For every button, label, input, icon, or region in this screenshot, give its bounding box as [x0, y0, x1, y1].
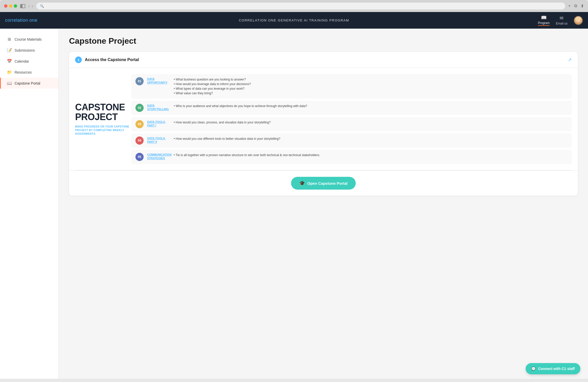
card-footer: 🎓 Open Capstone Portal: [69, 170, 578, 196]
traffic-lights: [4, 4, 17, 8]
course-materials-icon: ⊞: [7, 37, 11, 42]
expand-icon[interactable]: ↗: [568, 57, 572, 63]
sidebar-item-resources[interactable]: 📁 Resources: [0, 67, 59, 78]
step-row-03: 03 DATA TOOLS,PART I How would you clean…: [131, 117, 572, 131]
close-button[interactable]: [4, 4, 7, 8]
submissions-label: Submissions: [15, 48, 35, 52]
connect-c1-staff-button[interactable]: 💬 Connect with C1 staff: [526, 363, 580, 374]
top-nav: correlation·one CORRELATION ONE GENERATI…: [0, 12, 588, 29]
step-row-05: 05 COMMUNICATIONSTRATEGIES Tie is all to…: [131, 150, 572, 164]
logo-text: correlation·one: [5, 18, 38, 23]
sidebar: ⊞ Course Materials 📝 Submissions 📅 Calen…: [0, 29, 59, 379]
email-nav-item[interactable]: ✉ Email us: [556, 15, 568, 25]
step-desc-01: What business question are you looking t…: [174, 77, 251, 96]
open-portal-label: Open Capstone Portal: [307, 181, 348, 186]
step-desc-02: Who is your audience and what objectives…: [174, 104, 307, 108]
back-arrow[interactable]: ‹: [28, 4, 30, 8]
main-card: 1 Access the Capstone Portal ↗ CAPSTONEP…: [69, 52, 578, 196]
submissions-icon: 📝: [7, 48, 11, 53]
browser-actions: + ⧉ ⬆: [568, 4, 584, 8]
connect-icon: 💬: [531, 367, 536, 371]
step-num-05: 05: [135, 153, 144, 161]
browser-toolbar: ‹ › 🔍 + ⧉ ⬆: [4, 3, 584, 12]
new-tab-icon[interactable]: +: [568, 4, 571, 8]
step-link-02[interactable]: DATASTORYTELLING: [147, 104, 170, 111]
resources-icon: 📁: [7, 70, 11, 75]
app-container: correlation·one CORRELATION ONE GENERATI…: [0, 12, 588, 379]
capstone-subtitle: MAKE PROGRESS ON YOUR CAPSTONE PROJECT B…: [75, 125, 131, 136]
step-desc-04: How would you use different tools to bet…: [174, 136, 280, 141]
capstone-left: CAPSTONEPROJECT MAKE PROGRESS ON YOUR CA…: [75, 74, 131, 164]
sidebar-item-submissions[interactable]: 📝 Submissions: [0, 45, 59, 56]
step-desc-05: Tie is all together with a proven narrat…: [174, 153, 320, 157]
capstone-steps: 01 DATAOPPORTUNITY What business questio…: [131, 74, 572, 164]
sidebar-item-calendar[interactable]: 📅 Calendar: [0, 56, 59, 67]
program-label: Program: [538, 21, 550, 26]
address-bar[interactable]: 🔍: [36, 3, 565, 9]
forward-arrow[interactable]: ›: [32, 4, 33, 8]
step-link-03[interactable]: DATA TOOLS,PART I: [147, 120, 170, 128]
nav-title: CORRELATION ONE GENERATIVE AI TRAINING P…: [239, 18, 349, 22]
page-title: Capstone Project: [69, 36, 578, 46]
step-desc-03: How would you clean, process, and visual…: [174, 120, 271, 125]
step-badge: 1: [75, 56, 82, 63]
email-label: Email us: [556, 22, 568, 25]
avatar[interactable]: [574, 16, 583, 25]
program-nav-item[interactable]: 📖 Program: [538, 15, 550, 26]
sidebar-toggle-icon[interactable]: [20, 4, 25, 8]
step-row-02: 02 DATASTORYTELLING Who is your audience…: [131, 101, 572, 115]
step-link-04[interactable]: DATA TOOLS,PART II: [147, 136, 170, 144]
main-layout: ⊞ Course Materials 📝 Submissions 📅 Calen…: [0, 29, 588, 379]
capstone-content: CAPSTONEPROJECT MAKE PROGRESS ON YOUR CA…: [69, 68, 578, 170]
calendar-label: Calendar: [15, 59, 29, 63]
step-num-02: 02: [135, 104, 144, 112]
fullscreen-button[interactable]: [14, 4, 17, 8]
portal-icon: 🎓: [299, 180, 305, 186]
capstone-portal-label: Capstone Portal: [15, 81, 40, 85]
step-link-01[interactable]: DATAOPPORTUNITY: [147, 77, 170, 85]
card-header-left: 1 Access the Capstone Portal: [75, 56, 139, 63]
logo-area: correlation·one: [5, 18, 38, 23]
connect-label: Connect with C1 staff: [538, 367, 575, 371]
open-portal-button[interactable]: 🎓 Open Capstone Portal: [291, 177, 356, 190]
avatar-face: [574, 16, 582, 25]
search-icon: 🔍: [40, 4, 44, 8]
step-num-03: 03: [135, 120, 144, 128]
card-header: 1 Access the Capstone Portal ↗: [69, 52, 578, 68]
email-icon: ✉: [560, 15, 563, 21]
capstone-big-title: CAPSTONEPROJECT: [75, 102, 131, 122]
course-materials-label: Course Materials: [15, 37, 42, 41]
minimize-button[interactable]: [9, 4, 12, 8]
step-num-04: 04: [135, 136, 144, 145]
sidebar-item-capstone-portal[interactable]: 📖 Capstone Portal: [0, 78, 59, 89]
capstone-portal-icon: 📖: [7, 81, 11, 86]
browser-chrome: ‹ › 🔍 + ⧉ ⬆: [0, 0, 588, 12]
nav-arrows: ‹ ›: [28, 4, 33, 8]
tab-overview-icon[interactable]: ⧉: [574, 4, 577, 8]
nav-right: 📖 Program ✉ Email us: [538, 15, 583, 26]
step-num-01: 01: [135, 77, 144, 85]
step-row-04: 04 DATA TOOLS,PART II How would you use …: [131, 133, 572, 148]
step-link-05[interactable]: COMMUNICATIONSTRATEGIES: [147, 153, 170, 160]
calendar-icon: 📅: [7, 59, 11, 64]
sidebar-item-course-materials[interactable]: ⊞ Course Materials: [0, 34, 59, 45]
share-icon[interactable]: ⬆: [581, 4, 584, 8]
resources-label: Resources: [15, 70, 32, 74]
content-area: Capstone Project 1 Access the Capstone P…: [59, 29, 588, 379]
card-title: Access the Capstone Portal: [85, 57, 139, 62]
logo-dot: ·: [28, 18, 30, 23]
step-row-01: 01 DATAOPPORTUNITY What business questio…: [131, 74, 572, 99]
program-icon: 📖: [541, 15, 547, 20]
